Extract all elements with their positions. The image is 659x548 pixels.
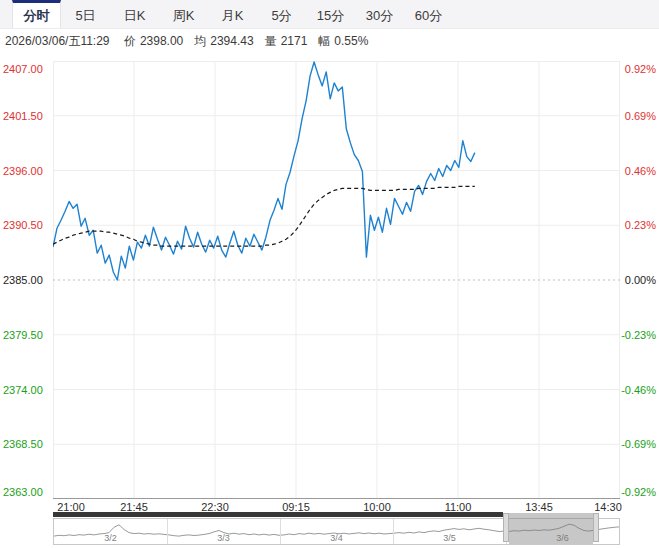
price-tick-label: 2390.50	[3, 219, 51, 231]
navigator-day-label: 3/5	[430, 533, 470, 543]
navigator-selection-fill[interactable]	[509, 513, 593, 544]
tab-5m[interactable]: 5分	[257, 0, 306, 28]
tab-60m[interactable]: 60分	[404, 0, 453, 28]
average-line	[53, 186, 475, 246]
price-tick-label: 2407.00	[3, 63, 51, 75]
price-tick-label: 2396.00	[3, 165, 51, 177]
status-metric: 量2171	[265, 34, 308, 48]
navigator-day-divider	[393, 519, 394, 544]
price-tick-label: 2385.00	[3, 274, 51, 286]
tab-5d[interactable]: 5日	[61, 0, 110, 28]
price-tick-label: 2374.00	[3, 384, 51, 396]
price-tick-label: 2368.50	[3, 438, 51, 450]
price-tick-label: 2363.00	[3, 486, 51, 498]
price-tick-label: 2401.50	[3, 110, 51, 122]
navigator-scroll-track[interactable]	[53, 512, 503, 517]
period-tab-bar: 分时5日日K周K月K5分15分30分60分	[0, 0, 659, 29]
intraday-chart-window: 分时5日日K周K月K5分15分30分60分 2026/03/06/五11:29 …	[0, 0, 659, 548]
navigator-day-divider	[280, 519, 281, 544]
tab-15m[interactable]: 15分	[306, 0, 355, 28]
quote-datetime: 2026/03/06/五11:29	[5, 34, 110, 48]
quote-metrics: 价2398.00均2394.43量2171幅0.55%	[113, 34, 369, 48]
quote-status-bar: 2026/03/06/五11:29 价2398.00均2394.43量2171幅…	[5, 33, 368, 49]
navigator-day-label: 3/2	[91, 533, 131, 543]
status-metric: 幅0.55%	[318, 34, 368, 48]
tab-1mo[interactable]: 月K	[208, 0, 257, 28]
intraday-plot-area[interactable]	[53, 61, 620, 499]
navigator-day-divider	[167, 519, 168, 544]
status-metric: 均2394.43	[194, 34, 253, 48]
tab-30m[interactable]: 30分	[355, 0, 404, 28]
navigator-day-label: 3/3	[204, 533, 244, 543]
navigator-right-handle[interactable]	[593, 513, 599, 542]
navigator-selected-window[interactable]	[503, 513, 599, 544]
tab-1d[interactable]: 日K	[110, 0, 159, 28]
navigator-day-label: 3/4	[317, 533, 357, 543]
status-metric: 价2398.00	[124, 34, 183, 48]
price-tick-label: 2379.50	[3, 329, 51, 341]
tab-fenshi[interactable]: 分时	[12, 0, 61, 28]
navigator-left-handle[interactable]	[503, 513, 509, 542]
tab-1w[interactable]: 周K	[159, 0, 208, 28]
